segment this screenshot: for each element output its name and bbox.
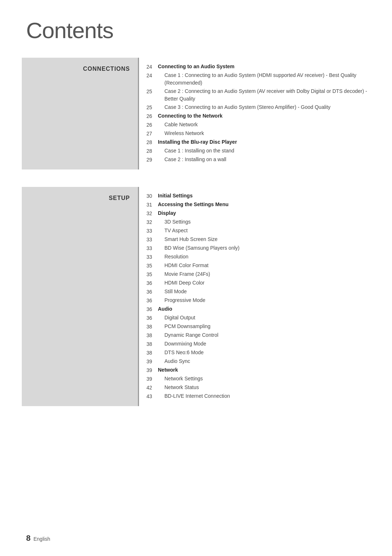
toc-entry-text: Cable Network	[158, 121, 370, 128]
toc-page-number: 24	[139, 63, 158, 71]
toc-entry-text: Audio Sync	[158, 357, 370, 365]
toc-page-number: 32	[139, 218, 158, 226]
toc-entry-text: Digital Output	[158, 314, 370, 322]
toc-row: 39Network Settings	[139, 375, 370, 383]
toc-row: 33BD Wise (Samsung Players only)	[139, 244, 370, 252]
toc-entry-text: BD-LIVE Internet Connection	[158, 392, 370, 400]
section-connections: CONNECTIONS24Connecting to an Audio Syst…	[0, 58, 392, 169]
toc-entry-text: Progressive Mode	[158, 297, 370, 304]
toc-row: 36Audio	[139, 305, 370, 313]
toc-row: 29Case 2 : Installing on a wall	[139, 156, 370, 164]
toc-entry-text: BD Wise (Samsung Players only)	[158, 244, 370, 252]
toc-page-number: 24	[139, 71, 158, 79]
toc-page-number: 30	[139, 192, 158, 200]
toc-page-number: 25	[139, 103, 158, 111]
page-title: Contents	[0, 0, 392, 58]
toc-page-number: 39	[139, 357, 158, 365]
toc-page-number: 36	[139, 305, 158, 313]
toc-row: 28Case 1 : Installing on the stand	[139, 147, 370, 155]
toc-row: 25Case 3 : Connecting to an Audio System…	[139, 103, 370, 111]
toc-row: 31Accessing the Settings Menu	[139, 201, 370, 209]
toc-entry-text: Case 2 : Connecting to an Audio System (…	[158, 87, 370, 103]
toc-entry-text: Case 1 : Connecting to an Audio System (…	[158, 71, 370, 87]
toc-page-number: 33	[139, 244, 158, 252]
toc-entry-text: Connecting to the Network	[158, 112, 370, 120]
toc-row: 28Installing the Blu-ray Disc Player	[139, 138, 370, 146]
toc-page-number: 33	[139, 253, 158, 261]
toc-row: 36HDMI Deep Color	[139, 279, 370, 287]
toc-entry-text: Audio	[158, 305, 370, 313]
footer-page-number: 8	[26, 533, 30, 543]
toc-page-number: 39	[139, 366, 158, 374]
toc-page-number: 32	[139, 209, 158, 217]
toc-page-number: 42	[139, 384, 158, 392]
toc-page-number: 28	[139, 138, 158, 146]
toc-entry-text: Downmixing Mode	[158, 340, 370, 348]
section-label-connections: CONNECTIONS	[83, 64, 130, 72]
toc-row: 26Connecting to the Network	[139, 112, 370, 120]
toc-entry-text: Case 2 : Installing on a wall	[158, 156, 370, 163]
section-setup: SETUP30Initial Settings31Accessing the S…	[0, 187, 392, 406]
toc-row: 26Cable Network	[139, 121, 370, 129]
toc-page-number: 31	[139, 201, 158, 209]
toc-page-number: 28	[139, 147, 158, 155]
toc-row: 24Case 1 : Connecting to an Audio System…	[139, 71, 370, 87]
toc-page-number: 36	[139, 279, 158, 287]
toc-page-number: 43	[139, 392, 158, 400]
toc-page-number: 33	[139, 236, 158, 244]
toc-entry-text: Accessing the Settings Menu	[158, 201, 370, 208]
toc-row: 30Initial Settings	[139, 192, 370, 200]
toc-row: 39Audio Sync	[139, 357, 370, 365]
toc-page-number: 38	[139, 323, 158, 331]
toc-row: 36Progressive Mode	[139, 297, 370, 304]
toc-row: 35Movie Frame (24Fs)	[139, 270, 370, 278]
toc-page-number: 26	[139, 121, 158, 129]
section-content-setup: 30Initial Settings31Accessing the Settin…	[139, 187, 370, 406]
toc-row: 43BD-LIVE Internet Connection	[139, 392, 370, 400]
toc-row: 323D Settings	[139, 218, 370, 226]
toc-page-number: 38	[139, 349, 158, 357]
toc-row: 33Smart Hub Screen Size	[139, 236, 370, 244]
toc-page-number: 26	[139, 112, 158, 120]
toc-entry-text: Initial Settings	[158, 192, 370, 200]
toc-row: 39Network	[139, 366, 370, 374]
toc-row: 42Network Status	[139, 384, 370, 392]
toc-row: 33Resolution	[139, 253, 370, 261]
toc-page-number: 29	[139, 156, 158, 164]
toc-row: 36Digital Output	[139, 314, 370, 322]
toc-entry-text: Resolution	[158, 253, 370, 261]
toc-entry-text: Installing the Blu-ray Disc Player	[158, 138, 370, 146]
toc-entry-text: Network Settings	[158, 375, 370, 383]
toc-entry-text: Wireless Network	[158, 130, 370, 137]
toc-page-number: 35	[139, 270, 158, 278]
toc-entry-text: Connecting to an Audio System	[158, 63, 370, 70]
toc-row: 38Downmixing Mode	[139, 340, 370, 348]
section-label-setup: SETUP	[109, 193, 130, 201]
toc-entry-text: Still Mode	[158, 288, 370, 295]
toc-row: 36Still Mode	[139, 288, 370, 296]
toc-page-number: 36	[139, 314, 158, 322]
toc-page-number: 39	[139, 375, 158, 383]
toc-page-number: 38	[139, 331, 158, 339]
toc-entry-text: Case 1 : Installing on the stand	[158, 147, 370, 155]
toc-row: 38PCM Downsampling	[139, 323, 370, 331]
toc-row: 24Connecting to an Audio System	[139, 63, 370, 71]
toc-row: 38Dynamic Range Control	[139, 331, 370, 339]
section-label-col-connections: CONNECTIONS	[22, 58, 138, 169]
toc-entry-text: TV Aspect	[158, 227, 370, 234]
footer-language: English	[33, 536, 50, 542]
toc-entry-text: Dynamic Range Control	[158, 331, 370, 339]
toc-entry-text: Movie Frame (24Fs)	[158, 270, 370, 278]
toc-entry-text: PCM Downsampling	[158, 323, 370, 330]
toc-page-number: 25	[139, 87, 158, 95]
toc-entry-text: Network	[158, 366, 370, 374]
toc-page-number: 27	[139, 130, 158, 138]
toc-row: 27Wireless Network	[139, 130, 370, 138]
toc-entry-text: Smart Hub Screen Size	[158, 236, 370, 243]
footer: 8 English	[26, 533, 50, 543]
toc-entry-text: HDMI Color Format	[158, 262, 370, 269]
section-content-connections: 24Connecting to an Audio System24Case 1 …	[139, 58, 370, 169]
toc-page-number: 35	[139, 262, 158, 270]
toc-entry-text: Case 3 : Connecting to an Audio System (…	[158, 103, 370, 111]
toc-row: 25Case 2 : Connecting to an Audio System…	[139, 87, 370, 103]
